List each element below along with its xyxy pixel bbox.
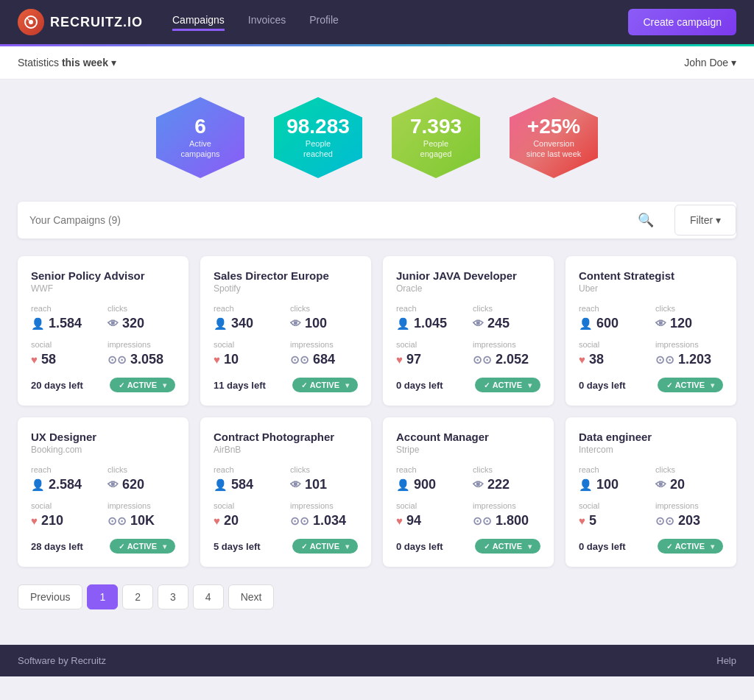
filter-button[interactable]: Filter ▾ (674, 205, 736, 236)
help-link[interactable]: Help (716, 655, 736, 666)
social-icon: ♥ (31, 353, 38, 366)
clicks-label: clicks (108, 304, 175, 313)
impressions-value: ⊙⊙ 1.203 (655, 352, 723, 367)
social-icon: ♥ (579, 515, 585, 527)
pagination-prev[interactable]: Previous (18, 584, 82, 609)
clicks-label: clicks (290, 465, 358, 474)
nav-links: Campaigns Invoices Profile (172, 14, 628, 31)
pagination-next[interactable]: Next (228, 584, 275, 609)
hex-people-reached: 98.283 Peoplereached (274, 97, 362, 178)
nav-profile[interactable]: Profile (309, 14, 339, 31)
social-label: social (31, 501, 99, 510)
stats-period-label[interactable]: Statistics this week ▾ (18, 57, 116, 68)
reach-value: 👤 2.584 (31, 477, 99, 492)
stats-grid: reach 👤 600 clicks 👁 120 social (579, 304, 723, 367)
active-badge[interactable]: ACTIVE ▾ (110, 378, 175, 392)
card-footer: 5 days left ACTIVE ▾ (214, 539, 358, 554)
active-badge[interactable]: ACTIVE ▾ (658, 378, 723, 392)
reach-label: reach (396, 304, 464, 313)
reach-icon: 👤 (579, 478, 593, 492)
card-footer: 0 days left ACTIVE ▾ (579, 378, 723, 392)
clicks-icon: 👁 (290, 478, 301, 491)
logo-icon (18, 9, 44, 35)
logo[interactable]: RECRUITZ.IO (18, 9, 143, 35)
active-dropdown-arrow: ▾ (345, 381, 349, 389)
campaign-card: UX Designer Booking.com reach 👤 2.584 cl… (18, 417, 188, 567)
nav-campaigns[interactable]: Campaigns (172, 14, 225, 31)
reach-value: 👤 600 (579, 316, 646, 331)
impressions-label: impressions (290, 501, 358, 510)
user-menu[interactable]: John Doe ▾ (684, 57, 736, 68)
stat-social: social ♥ 20 (214, 501, 281, 528)
clicks-icon: 👁 (655, 478, 666, 491)
stat-people-reached: 98.283 Peoplereached (274, 97, 362, 178)
hex-stats-row: 6 Activecampaigns 98.283 Peoplereached 7… (18, 97, 736, 178)
impressions-value: ⊙⊙ 1.800 (473, 513, 540, 528)
campaign-company: AirBnB (214, 445, 358, 455)
social-icon: ♥ (31, 515, 38, 527)
impressions-icon: ⊙⊙ (290, 515, 309, 528)
social-icon: ♥ (214, 515, 220, 527)
campaign-title: Content Strategist (579, 269, 723, 282)
reach-label: reach (396, 465, 464, 474)
reach-label: reach (31, 304, 99, 313)
social-label: social (214, 340, 281, 349)
active-dropdown-arrow: ▾ (528, 542, 532, 551)
reach-value: 👤 100 (579, 477, 646, 492)
social-value: ♥ 210 (31, 513, 99, 528)
active-badge[interactable]: ACTIVE ▾ (475, 378, 540, 392)
campaign-company: Intercom (579, 445, 723, 455)
active-badge[interactable]: ACTIVE ▾ (292, 378, 358, 392)
pagination-page-2[interactable]: 2 (122, 584, 153, 609)
social-label: social (579, 340, 646, 349)
impressions-icon: ⊙⊙ (473, 353, 492, 367)
impressions-value: ⊙⊙ 2.052 (473, 352, 540, 367)
pagination-page-4[interactable]: 4 (193, 584, 224, 609)
impressions-icon: ⊙⊙ (655, 353, 674, 367)
active-badge[interactable]: ACTIVE ▾ (658, 539, 723, 554)
social-value: ♥ 10 (214, 352, 281, 367)
card-footer: 0 days left ACTIVE ▾ (396, 539, 540, 554)
social-icon: ♥ (396, 353, 403, 366)
clicks-label: clicks (655, 465, 723, 474)
impressions-value: ⊙⊙ 3.058 (108, 352, 175, 367)
reach-label: reach (214, 465, 281, 474)
days-left: 28 days left (31, 541, 83, 552)
campaign-title: Account Manager (396, 431, 540, 443)
social-value: ♥ 38 (579, 352, 646, 367)
pagination-page-1[interactable]: 1 (87, 584, 118, 609)
hex-number-2: 98.283 (286, 116, 350, 138)
clicks-value: 👁 245 (473, 316, 540, 331)
pagination-page-3[interactable]: 3 (158, 584, 188, 609)
stat-impressions: impressions ⊙⊙ 3.058 (108, 340, 175, 367)
impressions-icon: ⊙⊙ (655, 515, 674, 528)
stats-grid: reach 👤 584 clicks 👁 101 social (214, 465, 358, 528)
campaign-card: Account Manager Stripe reach 👤 900 click… (383, 417, 554, 567)
search-button[interactable]: 🔍 (626, 202, 666, 238)
impressions-value: ⊙⊙ 203 (655, 513, 723, 528)
active-badge[interactable]: ACTIVE ▾ (110, 539, 175, 554)
clicks-icon: 👁 (108, 317, 119, 330)
social-icon: ♥ (579, 353, 585, 366)
active-badge[interactable]: ACTIVE ▾ (475, 539, 540, 554)
active-badge[interactable]: ACTIVE ▾ (292, 539, 358, 554)
stat-reach: reach 👤 1.045 (396, 304, 464, 331)
svg-line-2 (27, 18, 29, 21)
hex-label-1: Activecampaigns (180, 138, 219, 160)
nav-invoices[interactable]: Invoices (248, 14, 286, 31)
stat-impressions: impressions ⊙⊙ 1.800 (473, 501, 540, 528)
create-campaign-button[interactable]: Create campaign (628, 9, 736, 35)
days-left: 0 days left (579, 541, 626, 552)
clicks-value: 👁 120 (655, 316, 723, 331)
campaign-card: Contract Photographer AirBnB reach 👤 584… (200, 417, 371, 567)
social-label: social (214, 501, 281, 510)
stat-clicks: clicks 👁 120 (655, 304, 723, 331)
campaign-card: Data engineer Intercom reach 👤 100 click… (566, 417, 736, 567)
active-dropdown-arrow: ▾ (711, 542, 714, 551)
campaign-title: Data engineer (579, 431, 723, 443)
social-label: social (396, 340, 464, 349)
campaign-title: UX Designer (31, 431, 175, 443)
stat-reach: reach 👤 100 (579, 465, 646, 492)
search-input[interactable] (18, 204, 617, 236)
impressions-value: ⊙⊙ 10K (108, 513, 175, 528)
